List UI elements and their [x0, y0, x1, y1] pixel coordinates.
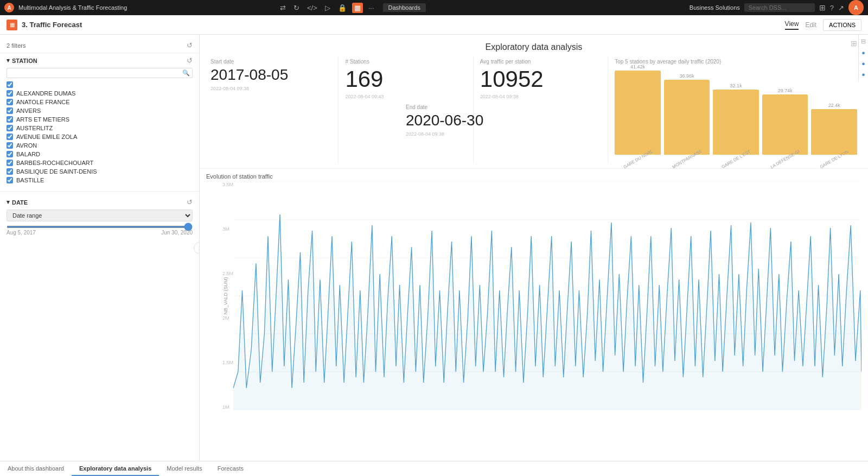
chevron-down-date-icon[interactable]: ▾: [7, 199, 10, 206]
share-icon[interactable]: ⇄: [278, 3, 288, 13]
end-date-timestamp: 2022-08-04 09:38: [406, 131, 483, 137]
actions-button[interactable]: ACTIONS: [823, 19, 861, 31]
content-area: ⊞ Exploratory data analysis Start date 2…: [200, 35, 868, 461]
expand-right-icon[interactable]: ⊟: [861, 38, 866, 45]
station-check-1[interactable]: [7, 90, 13, 97]
start-date-label: Start date: [210, 59, 331, 65]
avg-traffic-kpi: Avg traffic per station 10952 2022-08-04…: [474, 56, 608, 164]
business-solutions-label: Business Solutions: [690, 4, 740, 11]
bar-3: [713, 90, 759, 155]
station-check-4[interactable]: [7, 116, 13, 123]
right-side-icons: ⊟ ● ● ●: [858, 35, 868, 81]
bar-value-1: 41.42k: [630, 64, 645, 69]
circle-icon-3[interactable]: ●: [861, 71, 865, 78]
station-name-6: AVENUE EMILE ZOLA: [16, 134, 77, 140]
station-name-7: AVRON: [16, 142, 37, 149]
refresh-icon[interactable]: ↻: [291, 3, 302, 13]
list-item: ARTS ET METIERS: [7, 115, 193, 124]
expand-icon[interactable]: ⊞: [851, 39, 857, 48]
date-range-slider[interactable]: [7, 226, 193, 228]
station-filter-section: ▾ STATION ↺ 🔍 ALEXANDRE DUMAS: [0, 54, 199, 187]
edit-button[interactable]: Edit: [805, 21, 816, 29]
station-check-3[interactable]: [7, 107, 13, 114]
station-checkbox-list: ALEXANDRE DUMAS ANATOLE FRANCE ANVERS AR…: [7, 80, 193, 185]
stations-value: 169: [345, 67, 466, 92]
sub-nav: ▦ 3. Traffic Forecast View Edit ACTIONS: [0, 15, 868, 35]
list-item: BASTILLE: [7, 176, 193, 185]
apps-grid-icon[interactable]: ⊞: [819, 3, 826, 12]
station-search-input[interactable]: [9, 70, 182, 77]
start-date-value: 2017-08-05: [210, 67, 331, 84]
start-date-timestamp: 2022-08-04 09:38: [210, 86, 331, 91]
nav-icons: ⇄ ↻ </> ▷ 🔒 ▦ ···: [278, 3, 376, 13]
filter-reset-icon[interactable]: ↺: [187, 41, 193, 49]
date-filter-reset-icon[interactable]: ↺: [187, 198, 193, 206]
date-end-label: Jun 30, 2020: [161, 230, 193, 236]
list-item: BARBES-ROCHECHOUART: [7, 158, 193, 167]
bar-value-2: 36.96k: [680, 73, 694, 79]
station-name-5: AUSTERLITZ: [16, 125, 53, 131]
bar-item-1: 41.42k GARE DU NORD: [615, 64, 661, 162]
station-all-check[interactable]: [7, 81, 13, 88]
bar-item-4: 29.74k LA DEFENSE-GRANDE ARCHE: [762, 88, 808, 162]
page-title: 3. Traffic Forecast: [22, 21, 82, 29]
help-icon[interactable]: ?: [830, 4, 834, 12]
station-check-10[interactable]: [7, 168, 13, 175]
station-check-6[interactable]: [7, 134, 13, 140]
list-item: ANVERS: [7, 106, 193, 115]
bar-5: [811, 109, 857, 155]
station-name-10: BASILIQUE DE SAINT-DENIS: [16, 168, 97, 175]
play-icon[interactable]: ▷: [323, 3, 333, 13]
stations-label: # Stations: [345, 59, 466, 65]
sidebar-collapse-button[interactable]: ›: [194, 242, 200, 254]
trend-icon[interactable]: ↗: [838, 4, 844, 12]
date-filter-header: ▾ DATE ↺: [7, 198, 193, 206]
list-item: AVENUE EMILE ZOLA: [7, 132, 193, 141]
circle-icon-2[interactable]: ●: [861, 60, 865, 67]
station-check-5[interactable]: [7, 125, 13, 131]
kpi-bar-row: Start date 2017-08-05 2022-08-04 09:38 #…: [200, 56, 868, 169]
station-search-icon[interactable]: 🔍: [182, 69, 190, 77]
station-name-9: BARBES-ROCHECHOUART: [16, 160, 93, 166]
code-icon[interactable]: </>: [305, 3, 320, 13]
list-item: BASILIQUE DE SAINT-DENIS: [7, 167, 193, 176]
line-chart-svg: [233, 182, 861, 410]
end-date-label: End date: [406, 104, 483, 110]
view-button[interactable]: View: [785, 20, 799, 30]
end-date-value: 2020-06-30: [406, 112, 483, 129]
station-check-8[interactable]: [7, 151, 13, 157]
station-check-11[interactable]: [7, 177, 13, 183]
station-check-2[interactable]: [7, 99, 13, 105]
svg-marker-7: [233, 214, 861, 410]
station-check-7[interactable]: [7, 142, 13, 149]
avg-traffic-label: Avg traffic per station: [480, 59, 601, 65]
dashboards-tab[interactable]: Dashboards: [383, 3, 426, 12]
date-range-select[interactable]: Date range: [7, 210, 193, 221]
list-item: AUSTERLITZ: [7, 124, 193, 132]
line-chart-title: Evolution of station traffic: [206, 173, 861, 180]
bar-1: [615, 71, 661, 155]
list-item: ALEXANDRE DUMAS: [7, 89, 193, 98]
list-item: ANATOLE FRANCE: [7, 98, 193, 106]
station-check-9[interactable]: [7, 160, 13, 166]
bar-item-2: 36.96k MONTPARNASSE: [664, 73, 710, 162]
bar-value-5: 22.4k: [828, 103, 840, 108]
chevron-down-icon[interactable]: ▾: [7, 57, 10, 64]
circle-icon-1[interactable]: ●: [861, 49, 865, 56]
dashboard-icon[interactable]: ▦: [352, 3, 363, 13]
search-input[interactable]: [744, 3, 815, 12]
station-filter-reset-icon[interactable]: ↺: [187, 56, 193, 65]
dashboard-title: Exploratory data analysis: [200, 35, 868, 56]
toolbar: View Edit ACTIONS: [785, 19, 861, 31]
y-axis-label: NB_VALD (SUM): [223, 277, 228, 315]
date-filter-title: ▾ DATE: [7, 199, 28, 206]
more-icon[interactable]: ···: [366, 3, 376, 13]
bar-4: [762, 94, 808, 155]
top-nav: A Multimodal Analysis & Traffic Forecast…: [0, 0, 868, 15]
page-icon: ▦: [7, 20, 17, 30]
lock-icon[interactable]: 🔒: [336, 3, 349, 13]
line-chart-wrapper: NB_VALD (SUM) 3.5M 3M 2.5M 2M 1.5M 1M: [206, 182, 861, 410]
user-avatar[interactable]: A: [848, 0, 864, 15]
station-name-4: ARTS ET METIERS: [16, 116, 69, 123]
station-filter-title: ▾ STATION: [7, 57, 37, 64]
